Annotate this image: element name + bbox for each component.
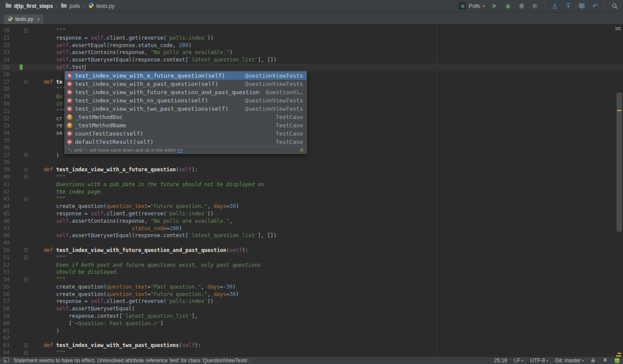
gutter[interactable]: 52 <box>0 262 31 269</box>
fold-marker-icon[interactable]: − <box>24 197 28 201</box>
code-line[interactable]: 25 self.test <box>0 64 623 71</box>
code-line[interactable]: 54− """ <box>0 276 623 283</box>
gutter[interactable]: 39− <box>0 166 31 173</box>
gutter[interactable]: 57 <box>0 298 31 305</box>
code-line[interactable]: 43− """ <box>0 195 623 203</box>
gutter[interactable]: 30 <box>0 100 31 108</box>
gutter[interactable]: 50− <box>0 247 31 254</box>
gutter[interactable]: 32 <box>0 115 31 122</box>
code-line[interactable]: 56 create_question(question_text="Future… <box>0 291 623 298</box>
gutter[interactable]: 59 <box>0 313 31 320</box>
gutter[interactable]: 49 <box>0 239 31 247</box>
code-line[interactable]: 46 self.assertContains(response, "No pol… <box>0 218 623 225</box>
close-icon[interactable]: × <box>37 17 40 22</box>
code-line[interactable]: 44 create_question(question_text="Future… <box>0 203 623 210</box>
breadcrumb-file[interactable]: tests.py <box>87 2 115 10</box>
gutter[interactable]: 54− <box>0 276 31 283</box>
gutter[interactable]: 64− <box>0 349 31 357</box>
code-line[interactable]: 51− """ <box>0 254 623 262</box>
code-line[interactable]: 38 <box>0 159 623 166</box>
gutter[interactable]: 34 <box>0 129 31 137</box>
gutter[interactable]: 31 <box>0 108 31 115</box>
line-separator-widget[interactable]: LF ▾ <box>514 357 523 364</box>
completion-item[interactable]: mtest_index_view_with_no_questions(self)… <box>65 96 306 105</box>
fold-marker-icon[interactable]: − <box>24 278 28 282</box>
fold-marker-icon[interactable]: − <box>24 351 28 355</box>
run-with-coverage-button[interactable] <box>517 2 525 10</box>
gutter[interactable]: 48 <box>0 232 31 239</box>
debug-button[interactable] <box>504 2 512 10</box>
code-line[interactable]: 42 the index page. <box>0 188 623 196</box>
completion-item[interactable]: mcountTestCases(self)TestCase <box>65 129 306 138</box>
code-line[interactable]: 50− def test_index_view_with_future_ques… <box>0 247 623 254</box>
tab-tests-py[interactable]: tests.py × <box>3 14 44 24</box>
inspection-indicator-icon[interactable] <box>615 27 621 31</box>
gutter[interactable]: 29 <box>0 93 31 100</box>
warning-stripe-mark[interactable] <box>616 355 621 357</box>
warning-stripe-mark[interactable] <box>617 110 621 111</box>
gutter[interactable]: 28 <box>0 85 31 93</box>
gutter[interactable]: 56 <box>0 291 31 298</box>
caret-position-widget[interactable]: 25:18 <box>494 357 507 364</box>
code-line[interactable]: 55 create_question(question_text="Past q… <box>0 283 623 291</box>
gutter[interactable]: 23 <box>0 49 31 56</box>
gutter[interactable]: 37− <box>0 152 31 159</box>
gutter[interactable]: 60 <box>0 320 31 327</box>
code-line[interactable]: 45 response = self.client.get(reverse('p… <box>0 210 623 218</box>
fold-marker-icon[interactable]: − <box>24 168 28 172</box>
gutter[interactable]: 58 <box>0 305 31 313</box>
gutter[interactable]: 42 <box>0 188 31 196</box>
gutter[interactable]: 62 <box>0 334 31 342</box>
vcs-commit-button[interactable] <box>564 2 572 10</box>
gutter[interactable]: 38 <box>0 159 31 166</box>
fold-marker-icon[interactable]: − <box>24 248 28 252</box>
fold-marker-icon[interactable]: − <box>24 344 28 347</box>
code-line[interactable]: 53 should be displayed. <box>0 269 623 276</box>
breadcrumb-polls[interactable]: polls <box>60 3 81 10</box>
gutter[interactable]: 35 <box>0 137 31 144</box>
search-everywhere-icon[interactable] <box>611 2 619 10</box>
code-line[interactable]: 41 Questions with a pub_date in the futu… <box>0 181 623 188</box>
fold-marker-icon[interactable]: − <box>24 175 28 179</box>
gutter[interactable]: 40− <box>0 173 31 181</box>
code-line[interactable]: 64− """ <box>0 349 623 357</box>
code-line[interactable]: 58 self.assertQuerysetEqual( <box>0 305 623 313</box>
code-line[interactable]: 22 self.assertEqual(response.status_code… <box>0 42 623 49</box>
notification-bell-icon[interactable] <box>603 357 608 364</box>
inspections-hector-icon[interactable] <box>615 358 620 363</box>
gutter[interactable]: 47 <box>0 225 31 232</box>
code-line[interactable]: 24 self.assertQuerysetEqual(response.con… <box>0 56 623 64</box>
gutter[interactable]: 53 <box>0 269 31 276</box>
editor[interactable]: 20− """21 response = self.client.get(rev… <box>0 24 623 357</box>
fold-marker-icon[interactable]: − <box>24 153 28 157</box>
code-line[interactable]: 59 response.context['latest_question_lis… <box>0 313 623 320</box>
vcs-branch-widget[interactable]: Git: master ▾ <box>555 357 584 364</box>
gutter[interactable]: 51− <box>0 254 31 262</box>
fold-marker-icon[interactable]: − <box>24 80 28 84</box>
run-configuration-selector[interactable]: dj Polls ▾ <box>459 2 485 10</box>
readonly-lock-icon[interactable] <box>591 357 596 364</box>
completion-item[interactable]: mtest_index_view_with_a_past_question(se… <box>65 80 306 88</box>
completion-hint-link[interactable]: >> <box>177 147 183 153</box>
code-line[interactable]: 20− """ <box>0 27 623 34</box>
code-line[interactable]: 49 <box>0 239 623 247</box>
code-line[interactable]: 48 self.assertQuerysetEqual(response.con… <box>0 232 623 239</box>
gutter[interactable]: 21 <box>0 34 31 42</box>
gutter[interactable]: 43− <box>0 195 31 203</box>
gutter[interactable]: 20− <box>0 27 31 34</box>
run-button[interactable] <box>490 2 498 10</box>
warning-stripe-mark[interactable] <box>617 353 621 354</box>
gutter[interactable]: 41 <box>0 181 31 188</box>
code-line[interactable]: 40− """ <box>0 173 623 181</box>
code-line[interactable]: 39− def test_index_view_with_a_future_qu… <box>0 166 623 173</box>
gutter[interactable]: 61 <box>0 327 31 335</box>
completion-item[interactable]: mtest_index_view_with_a_future_question(… <box>65 71 306 80</box>
gutter[interactable]: 55 <box>0 283 31 291</box>
fold-marker-icon[interactable]: − <box>24 255 28 259</box>
gutter[interactable]: 63− <box>0 342 31 349</box>
completion-item[interactable]: f_testMethodNameTestCase <box>65 121 306 129</box>
code-line[interactable]: 62 <box>0 334 623 342</box>
toolwindow-toggle-icon[interactable] <box>3 357 9 364</box>
code-line[interactable]: 47 status_code=200) <box>0 225 623 232</box>
code-line[interactable]: 21 response = self.client.get(reverse('p… <box>0 34 623 42</box>
